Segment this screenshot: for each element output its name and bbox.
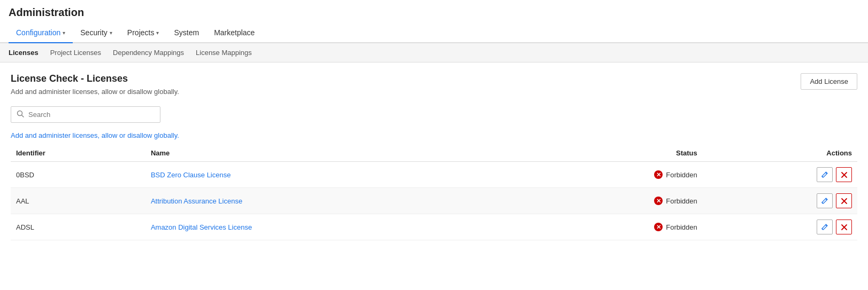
chevron-down-icon-projects: ▾ xyxy=(156,30,159,36)
sub-item-dependency-mappings[interactable]: Dependency Mappings xyxy=(113,43,191,62)
cell-actions xyxy=(703,188,857,214)
delete-button[interactable] xyxy=(836,167,852,182)
section-description: Add and administer licenses, allow or di… xyxy=(11,88,179,96)
section-header: License Check - Licenses Add and adminis… xyxy=(11,73,857,96)
nav-label-projects: Projects xyxy=(127,28,155,37)
delete-button[interactable] xyxy=(836,220,852,234)
license-name-link[interactable]: BSD Zero Clause License xyxy=(151,171,231,179)
col-header-status: Status xyxy=(522,145,703,162)
section-info: License Check - Licenses Add and adminis… xyxy=(11,73,179,96)
delete-button[interactable] xyxy=(836,193,852,208)
nav-label-security: Security xyxy=(80,28,107,37)
table-row: ADSLAmazon Digital Services License✕Forb… xyxy=(11,214,857,240)
cell-name: Amazon Digital Services License xyxy=(145,214,522,240)
nav-item-marketplace[interactable]: Marketplace xyxy=(206,23,262,43)
cell-name: BSD Zero Clause License xyxy=(145,162,522,188)
table-row: AALAttribution Assurance License✕Forbidd… xyxy=(11,188,857,214)
search-input[interactable] xyxy=(28,111,155,119)
col-header-identifier: Identifier xyxy=(11,145,145,162)
cell-identifier: 0BSD xyxy=(11,162,145,188)
table-description: Add and administer licenses, allow or di… xyxy=(11,131,857,139)
cell-actions xyxy=(703,162,857,188)
sub-nav: Licenses Project Licenses Dependency Map… xyxy=(0,43,868,62)
forbidden-icon: ✕ xyxy=(654,197,663,205)
license-name-link[interactable]: Amazon Digital Services License xyxy=(151,223,252,231)
edit-button[interactable] xyxy=(817,193,833,208)
svg-line-1 xyxy=(22,115,24,117)
status-text: Forbidden xyxy=(666,171,697,179)
sub-item-license-mappings[interactable]: License Mappings xyxy=(196,43,259,62)
cell-actions xyxy=(703,214,857,240)
sub-item-project-licenses[interactable]: Project Licenses xyxy=(50,43,109,62)
license-name-link[interactable]: Attribution Assurance License xyxy=(151,197,242,205)
cell-status: ✕Forbidden xyxy=(522,214,703,240)
cell-status: ✕Forbidden xyxy=(522,162,703,188)
edit-button[interactable] xyxy=(817,167,833,182)
edit-button[interactable] xyxy=(817,220,833,234)
nav-label-configuration: Configuration xyxy=(16,28,60,37)
forbidden-icon: ✕ xyxy=(654,223,663,231)
cell-status: ✕Forbidden xyxy=(522,188,703,214)
nav-item-security[interactable]: Security ▾ xyxy=(73,23,120,43)
col-header-actions: Actions xyxy=(703,145,857,162)
nav-item-projects[interactable]: Projects ▾ xyxy=(120,23,167,43)
cell-name: Attribution Assurance License xyxy=(145,188,522,214)
chevron-down-icon-security: ▾ xyxy=(110,30,112,36)
main-content: License Check - Licenses Add and adminis… xyxy=(0,62,868,251)
add-license-button[interactable]: Add License xyxy=(801,73,857,90)
search-icon xyxy=(17,110,24,119)
cell-identifier: ADSL xyxy=(11,214,145,240)
page-title: Administration xyxy=(0,0,868,23)
status-text: Forbidden xyxy=(666,197,697,205)
nav-item-configuration[interactable]: Configuration ▾ xyxy=(9,23,73,43)
licenses-table: Identifier Name Status Actions 0BSDBSD Z… xyxy=(11,145,857,240)
nav-item-system[interactable]: System xyxy=(166,23,206,43)
status-text: Forbidden xyxy=(666,223,697,231)
nav-label-system: System xyxy=(174,28,199,37)
top-nav: Configuration ▾ Security ▾ Projects ▾ Sy… xyxy=(0,23,868,43)
table-header-row: Identifier Name Status Actions xyxy=(11,145,857,162)
col-header-name: Name xyxy=(145,145,522,162)
chevron-down-icon-configuration: ▾ xyxy=(63,30,65,36)
forbidden-icon: ✕ xyxy=(654,170,663,179)
sub-item-licenses[interactable]: Licenses xyxy=(9,43,46,62)
cell-identifier: AAL xyxy=(11,188,145,214)
section-title: License Check - Licenses xyxy=(11,73,179,84)
table-row: 0BSDBSD Zero Clause License✕Forbidden xyxy=(11,162,857,188)
nav-label-marketplace: Marketplace xyxy=(214,28,255,37)
search-container xyxy=(11,106,160,123)
